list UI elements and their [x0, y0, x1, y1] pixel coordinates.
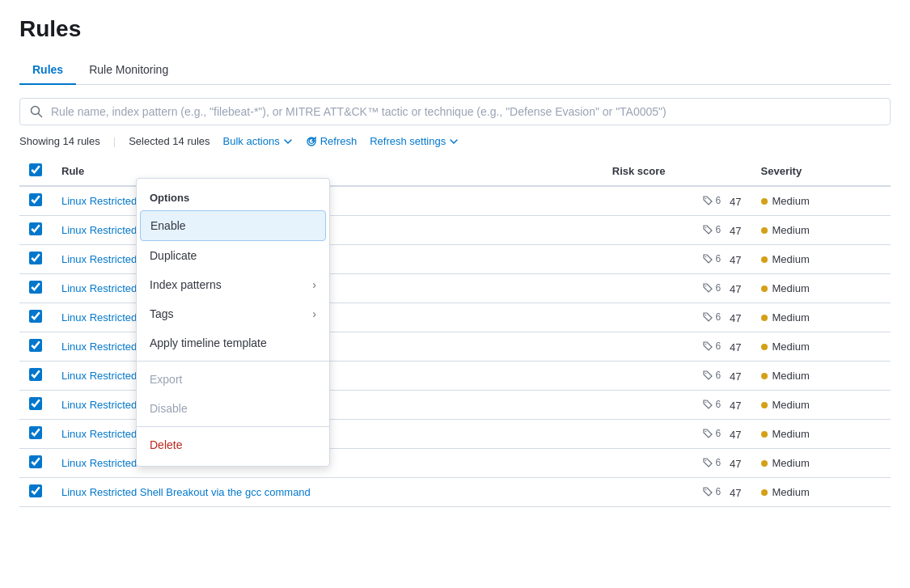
- tab-rule-monitoring[interactable]: Rule Monitoring: [76, 55, 181, 84]
- tag-count: 6: [703, 253, 722, 264]
- rule-link[interactable]: Linux Restricted S: [61, 253, 147, 265]
- row-checkbox[interactable]: [29, 339, 42, 352]
- toolbar: Showing 14 rules | Selected 14 rules Bul…: [19, 135, 891, 147]
- menu-item-tags[interactable]: Tags ›: [137, 299, 329, 328]
- row-checkbox[interactable]: [29, 252, 42, 264]
- tab-rules[interactable]: Rules: [19, 55, 76, 84]
- row-severity-cell: Medium: [751, 274, 891, 303]
- severity-label: Medium: [772, 253, 810, 265]
- severity-dot: [761, 431, 768, 438]
- row-checkbox-cell: [19, 303, 52, 332]
- row-checkbox[interactable]: [29, 426, 42, 439]
- row-checkbox-cell: [19, 274, 52, 303]
- menu-item-delete[interactable]: Delete: [137, 430, 329, 459]
- index-patterns-label: Index patterns: [150, 278, 222, 291]
- tag-icon: [703, 458, 713, 467]
- svg-point-6: [705, 314, 706, 315]
- row-checkbox-cell: [19, 420, 52, 449]
- search-placeholder: Rule name, index pattern (e.g., "filebea…: [51, 105, 667, 118]
- severity-badge: Medium: [761, 428, 810, 440]
- row-tags-cell: 6 47: [603, 303, 751, 332]
- rule-link[interactable]: Linux Restricted S: [61, 311, 147, 324]
- dropdown-title: Options: [137, 185, 329, 210]
- severity-label: Medium: [772, 311, 810, 324]
- rule-link[interactable]: Linux Restricted Shell Breakout via the …: [61, 486, 311, 498]
- refresh-settings-button[interactable]: Refresh settings: [370, 135, 459, 147]
- severity-badge: Medium: [761, 253, 810, 265]
- tag-count: 6: [703, 311, 722, 323]
- table-row: Linux Restricted Shell Breakout via the …: [19, 478, 891, 507]
- row-checkbox-cell: [19, 216, 52, 245]
- severity-dot: [761, 373, 768, 379]
- severity-badge: Medium: [761, 224, 810, 236]
- th-severity: Severity: [751, 157, 891, 186]
- row-checkbox[interactable]: [29, 222, 42, 235]
- search-bar[interactable]: Rule name, index pattern (e.g., "filebea…: [19, 98, 891, 125]
- severity-dot: [761, 198, 768, 205]
- selected-text: Selected 14 rules: [129, 135, 210, 147]
- severity-label: Medium: [772, 399, 810, 411]
- severity-badge: Medium: [761, 311, 810, 324]
- severity-label: Medium: [772, 370, 810, 382]
- tag-icon: [703, 312, 713, 322]
- tag-count: 6: [703, 486, 722, 497]
- row-checkbox[interactable]: [29, 397, 42, 410]
- rule-link[interactable]: Linux Restricted S: [61, 224, 147, 236]
- menu-item-enable[interactable]: Enable: [140, 210, 326, 241]
- refresh-button[interactable]: Refresh: [306, 135, 358, 147]
- th-risk-score: Risk score: [603, 157, 751, 186]
- row-checkbox[interactable]: [29, 455, 42, 468]
- row-severity-cell: Medium: [751, 186, 891, 216]
- severity-dot: [761, 315, 768, 321]
- severity-label: Medium: [772, 457, 810, 469]
- tag-icon: [703, 487, 713, 497]
- svg-point-8: [705, 372, 706, 374]
- menu-item-apply-timeline[interactable]: Apply timeline template: [137, 328, 329, 357]
- severity-label: Medium: [772, 195, 810, 207]
- rule-link[interactable]: Linux Restricted S: [61, 341, 147, 353]
- severity-badge: Medium: [761, 282, 810, 294]
- rule-link[interactable]: Linux Restricted S: [61, 370, 147, 382]
- bulk-actions-button[interactable]: Bulk actions: [223, 135, 293, 147]
- row-severity-cell: Medium: [751, 420, 891, 449]
- row-checkbox[interactable]: [29, 368, 42, 381]
- severity-label: Medium: [772, 486, 810, 498]
- row-severity-cell: Medium: [751, 332, 891, 362]
- severity-label: Medium: [772, 224, 810, 236]
- row-checkbox-cell: [19, 449, 52, 478]
- rule-link[interactable]: Linux Restricted S: [61, 282, 147, 294]
- severity-badge: Medium: [761, 486, 810, 498]
- severity-label: Medium: [772, 282, 810, 294]
- row-tags-cell: 6 47: [603, 245, 751, 274]
- options-dropdown: Options Enable Duplicate Index patterns …: [136, 178, 330, 467]
- row-checkbox-cell: [19, 478, 52, 507]
- tag-icon: [703, 283, 713, 293]
- tabs-container: Rules Rule Monitoring: [19, 55, 891, 85]
- tag-icon: [703, 400, 713, 409]
- svg-line-1: [39, 114, 42, 117]
- menu-item-duplicate[interactable]: Duplicate: [137, 241, 329, 270]
- row-tags-cell: 6 47: [603, 420, 751, 449]
- menu-item-disable: Disable: [137, 394, 329, 423]
- row-checkbox[interactable]: [29, 281, 42, 294]
- chevron-down-icon-2: [449, 137, 459, 146]
- row-checkbox[interactable]: [29, 484, 42, 497]
- tag-count: 6: [703, 457, 722, 468]
- row-severity-cell: Medium: [751, 478, 891, 507]
- search-icon: [30, 105, 43, 118]
- rule-link[interactable]: Linux Restricted S: [61, 399, 147, 411]
- menu-item-index-patterns[interactable]: Index patterns ›: [137, 270, 329, 299]
- row-severity-cell: Medium: [751, 303, 891, 332]
- select-all-checkbox[interactable]: [29, 163, 42, 176]
- chevron-down-icon: [283, 137, 293, 146]
- row-tags-cell: 6 47: [603, 274, 751, 303]
- refresh-icon: [306, 136, 317, 147]
- tag-count: 6: [703, 224, 722, 235]
- svg-point-10: [705, 430, 706, 432]
- rule-link[interactable]: Linux Restricted S: [61, 195, 147, 207]
- row-checkbox[interactable]: [29, 193, 42, 206]
- severity-label: Medium: [772, 341, 810, 353]
- row-checkbox[interactable]: [29, 310, 42, 323]
- tag-count: 6: [703, 282, 722, 294]
- tag-icon: [703, 370, 713, 380]
